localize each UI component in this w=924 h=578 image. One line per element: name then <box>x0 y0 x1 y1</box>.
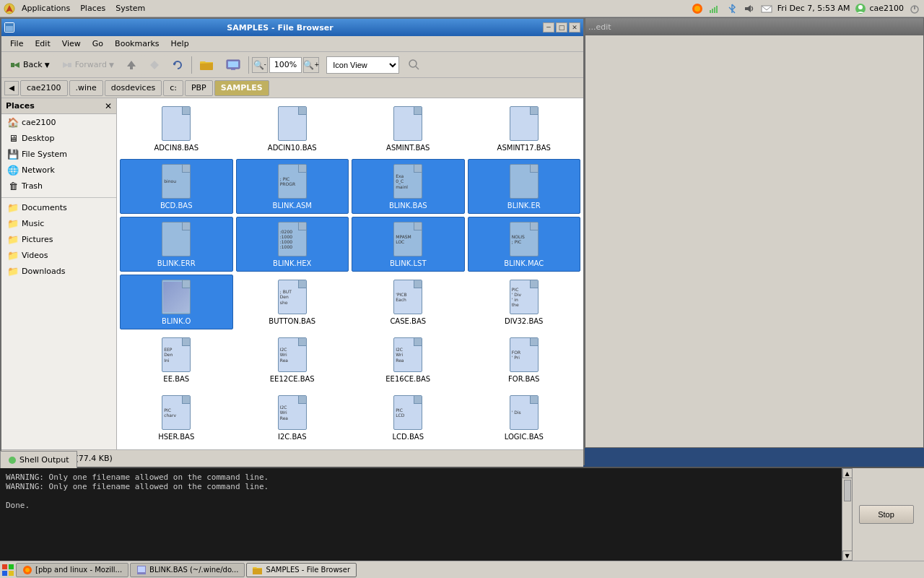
sidebar-item-cae2100[interactable]: 🏠 cae2100 <box>1 114 116 130</box>
breadcrumb-c[interactable]: c: <box>163 80 183 96</box>
stop-button[interactable]: Stop <box>859 505 914 524</box>
sidebar-item-network[interactable]: 🌐 Network <box>1 162 116 178</box>
taskbar-item-editor[interactable]: BLINK.BAS (~/.wine/do... <box>130 563 245 577</box>
sidebar-item-music[interactable]: 📁 Music <box>1 215 116 231</box>
menu-file[interactable]: File <box>4 38 29 50</box>
file-grid[interactable]: ADCIN8.BAS ADCIN10.BAS ASMINT.BAS <box>117 98 583 449</box>
sidebar-item-pictures[interactable]: 📁 Pictures <box>1 231 116 247</box>
mail-icon[interactable] <box>760 2 773 15</box>
breadcrumb-samples[interactable]: SAMPLES <box>214 80 269 96</box>
sidebar-item-filesystem[interactable]: 💾 File System <box>1 146 116 162</box>
menu-applications[interactable]: Applications <box>17 2 74 14</box>
zoom-in-button[interactable]: 🔍+ <box>303 57 319 73</box>
file-name-blink-asm: BLINK.ASM <box>273 202 312 210</box>
search-button[interactable] <box>404 55 425 75</box>
file-item-adcin8[interactable]: ADCIN8.BAS <box>120 101 233 156</box>
file-item-blink-mac[interactable]: NOLIS; PIC BLINK.MAC <box>468 217 581 272</box>
zoom-out-button[interactable]: 🔍- <box>252 57 268 73</box>
file-item-case-bas[interactable]: 'PICBEach CASE.BAS <box>352 275 465 329</box>
stop-button-toolbar[interactable] <box>144 55 165 75</box>
menu-help[interactable]: Help <box>165 38 195 50</box>
minimize-button[interactable]: ─ <box>543 22 554 33</box>
sidebar-item-videos[interactable]: 📁 Videos <box>1 247 116 263</box>
file-item-for-bas[interactable]: FOR' Pri FOR.BAS <box>468 332 581 387</box>
file-item-blink-o[interactable]: BLINK.O <box>120 275 233 329</box>
file-name-blink-mac: BLINK.MAC <box>504 259 544 268</box>
file-item-button-bas[interactable]: ; BUTDensho BUTTON.BAS <box>236 275 349 329</box>
up-button[interactable] <box>121 55 142 75</box>
sidebar-label-0: cae2100 <box>22 118 56 127</box>
shell-tab[interactable]: Shell Output <box>0 451 77 468</box>
back-arrow: ▼ <box>45 61 50 69</box>
file-item-blink-bas[interactable]: Exa0_Cmainl BLINK.BAS <box>352 159 465 214</box>
sidebar-header-label: Places <box>6 101 35 111</box>
menu-go[interactable]: Go <box>87 38 109 50</box>
file-item-ee12ce-bas[interactable]: I2CWriRea EE12CE.BAS <box>236 332 349 387</box>
forward-button[interactable]: Forward ▼ <box>56 55 119 75</box>
taskbar-item-file-browser[interactable]: SAMPLES - File Browser <box>246 563 357 577</box>
file-name-bcd: BCD.BAS <box>160 202 193 210</box>
sidebar-close[interactable]: ✕ <box>105 101 112 111</box>
file-item-blink-lst[interactable]: MPASMLOC BLINK.LST <box>352 217 465 272</box>
scroll-up-arrow[interactable]: ▲ <box>842 468 853 478</box>
sidebar-item-desktop[interactable]: 🖥 Desktop <box>1 130 116 146</box>
scroll-down-arrow[interactable]: ▼ <box>842 551 853 561</box>
sidebar-item-downloads[interactable]: 📁 Downloads <box>1 263 116 279</box>
breadcrumb-wine[interactable]: .wine <box>69 80 103 96</box>
scroll-thumb[interactable] <box>844 480 851 501</box>
file-item-hser-bas[interactable]: PICcharv HSER.BAS <box>120 390 233 445</box>
computer-icon <box>226 59 240 71</box>
menu-bookmarks[interactable]: Bookmarks <box>109 38 165 50</box>
taskbar-item-firefox[interactable]: [pbp and linux - Mozill... <box>16 563 128 577</box>
file-item-bcd[interactable]: binou BCD.BAS <box>120 159 233 214</box>
svg-rect-32 <box>9 564 14 569</box>
sidebar-separator <box>1 194 116 198</box>
file-item-asmint[interactable]: ASMINT.BAS <box>352 101 465 156</box>
computer-button[interactable] <box>221 55 245 75</box>
firefox-icon[interactable] <box>691 2 704 15</box>
close-button[interactable]: ✕ <box>569 22 580 33</box>
file-item-blink-er[interactable]: BLINK.ER <box>468 159 581 214</box>
file-item-asmint17[interactable]: ASMINT17.BAS <box>468 101 581 156</box>
maximize-button[interactable]: □ <box>556 22 567 33</box>
file-item-i2c-bas[interactable]: I2CWriRea I2C.BAS <box>236 390 349 445</box>
menu-places[interactable]: Places <box>76 2 110 14</box>
menu-system[interactable]: System <box>111 2 149 14</box>
file-icon-ee-bas: EEPDenIni <box>159 336 193 374</box>
power-icon[interactable] <box>908 2 921 15</box>
menu-view[interactable]: View <box>56 38 87 50</box>
file-item-adcin10[interactable]: ADCIN10.BAS <box>236 101 349 156</box>
svg-point-10 <box>858 5 863 9</box>
breadcrumb-pbp[interactable]: PBP <box>185 80 213 96</box>
svg-rect-38 <box>138 566 145 572</box>
sidebar-item-documents[interactable]: 📁 Documents <box>1 199 116 215</box>
shell-content: WARNING: Only one filename allowed on th… <box>0 468 924 561</box>
file-item-blink-asm[interactable]: ; PICPROGR BLINK.ASM <box>236 159 349 214</box>
toolbar: Back ▼ Forward ▼ <box>1 52 583 78</box>
file-item-logic-bas[interactable]: ' Dis LOGIC.BAS <box>468 390 581 445</box>
file-item-ee-bas[interactable]: EEPDenIni EE.BAS <box>120 332 233 387</box>
file-item-blink-err[interactable]: BLINK.ERR <box>120 217 233 272</box>
downloads-sidebar-icon: 📁 <box>7 265 19 277</box>
up-icon <box>126 59 137 71</box>
home-button[interactable] <box>195 55 219 75</box>
breadcrumb-prev[interactable]: ◀ <box>4 81 19 95</box>
sidebar-item-trash[interactable]: 🗑 Trash <box>1 178 116 194</box>
network-icon[interactable] <box>708 2 721 15</box>
file-item-ee16ce-bas[interactable]: I2CWriRea EE16CE.BAS <box>352 332 465 387</box>
svg-point-36 <box>25 568 30 572</box>
back-button[interactable]: Back ▼ <box>4 55 55 75</box>
bluetooth-icon[interactable] <box>725 2 738 15</box>
file-item-lcd-bas[interactable]: PICLCD LCD.BAS <box>352 390 465 445</box>
file-item-div32-bas[interactable]: PIC' Div' inthe DIV32.BAS <box>468 275 581 329</box>
file-item-blink-hex[interactable]: :0200:1000:1000:1000 BLINK.HEX <box>236 217 349 272</box>
sidebar-label-8: Videos <box>22 251 48 260</box>
breadcrumb-dosdevices[interactable]: dosdevices <box>105 80 162 96</box>
reload-icon <box>172 59 183 71</box>
volume-icon[interactable] <box>743 2 756 15</box>
menu-edit[interactable]: Edit <box>29 38 56 50</box>
reload-button[interactable] <box>167 55 188 75</box>
breadcrumb-cae2100[interactable]: cae2100 <box>20 80 68 96</box>
view-select[interactable]: Icon View List View Compact View <box>326 56 399 74</box>
taskbar-editor-label: BLINK.BAS (~/.wine/do... <box>149 566 238 574</box>
